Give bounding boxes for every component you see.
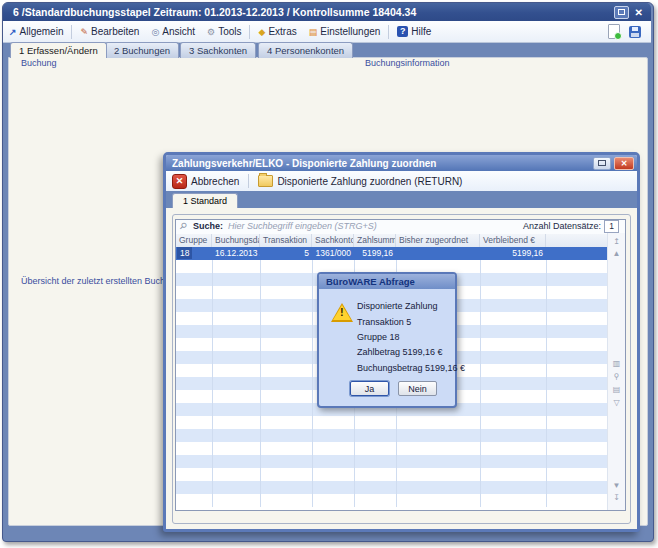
menu-item-bearbeiten[interactable]: ✎Bearbeiten [74,24,145,39]
edit-icon: ✎ [80,27,88,37]
menu-separator [388,25,389,39]
extras-icon: ◆ [258,27,265,37]
header-transaktion[interactable]: Transaktion [260,234,312,247]
search-placeholder[interactable]: Hier Suchbegriff eingeben (STRG+S) [228,221,377,231]
search-label: Suche: [193,221,223,231]
jump-bottom-icon[interactable]: ↧ [608,493,625,503]
search-row[interactable]: ⚲ Suche: Hier Suchbegriff eingeben (STRG… [176,220,625,235]
allgemein-icon: ↗ [9,27,17,37]
dialog-empty-row[interactable] [176,442,607,455]
scroll-up-icon[interactable]: ▲ [608,249,625,259]
modal-title: BüroWARE Abfrage [319,274,455,289]
dialog-empty-row[interactable] [176,416,607,429]
header-buchungsdatum[interactable]: Buchungsdatum [212,234,260,247]
tab-standard[interactable]: 1 Standard [172,193,238,209]
cell-gruppe: 18 [176,247,212,260]
table-icon-rail: ↥ ▲ ▥ ⚲ ▤ ▽ ▼ ↧ [607,233,625,510]
columns-icon[interactable]: ▥ [608,359,625,369]
header-sachkonto[interactable]: Sachkonto [312,234,354,247]
modal-line-3: Gruppe 18 [357,332,400,342]
filter-icon[interactable]: ▽ [608,398,625,408]
menu-label: Allgemein [20,26,64,37]
datensaetze-count: 1 [604,220,619,233]
cell-verbleibend: 5199,16 [480,247,546,260]
menu-label: Bearbeiten [91,26,139,37]
menu-separator [71,25,72,39]
dialog-empty-row[interactable] [176,494,607,507]
menu-label: Ansicht [162,26,195,37]
dialog-empty-row[interactable] [176,468,607,481]
dialog-close-icon[interactable]: ✕ [614,157,634,170]
close-icon[interactable]: ✕ [635,7,643,19]
tab-personenkonten[interactable]: 4 Personenkonten [258,42,353,58]
modal-line-1: Disponierte Zahlung [357,301,438,311]
dialog-tab-row: 1 Standard [166,191,637,208]
buroware-abfrage-modal: BüroWARE Abfrage Disponierte Zahlung Tra… [317,272,457,408]
menu-bar: ↗Allgemein ✎Bearbeiten ◎Ansicht ⚙Tools ◆… [3,21,651,43]
dialog-toolbar: ✕Abbrechen Disponierte Zahlung zuordnen … [166,171,637,192]
new-document-icon[interactable] [608,24,620,39]
scroll-down-icon[interactable]: ▼ [608,481,625,491]
menu-item-extras[interactable]: ◆Extras [252,24,302,39]
tab-sachkonten[interactable]: 3 Sachkonten [180,42,256,58]
list-icon[interactable]: ▤ [608,385,625,395]
dialog-restore-icon[interactable] [593,157,611,170]
zuordnen-label: Disponierte Zahlung zuordnen (RETURN) [277,176,462,187]
help-icon: ? [397,26,408,37]
dialog-empty-row[interactable] [176,455,607,468]
header-zahlsumme[interactable]: Zahlsumme € [354,234,396,247]
search-icon: ⚲ [177,220,189,232]
modal-title-bar: BüroWARE Abfrage [319,274,455,289]
cell-buchungsdatum: 16.12.2013 /Mo [212,247,260,260]
title-bar: 6 /Standardbuchungsstapel Zeitraum: 01.2… [3,3,651,21]
dialog-empty-row[interactable] [176,481,607,494]
warning-icon [331,303,353,322]
view-icon: ◎ [151,27,159,37]
folder-icon [258,175,273,187]
cell-transaktion: 5 [260,247,312,260]
abbrechen-label: Abbrechen [191,176,239,187]
nein-button[interactable]: Nein [398,381,437,396]
tab-buchungen[interactable]: 2 Buchungen [105,42,179,58]
modal-line-5: Buchungsbetrag 5199,16 € [357,363,465,373]
gruppe-chip: 18 [177,247,192,259]
menu-item-tools[interactable]: ⚙Tools [201,24,247,39]
menu-separator [249,25,250,39]
menu-item-einstellungen[interactable]: ▤Einstellungen [303,24,387,39]
screen: 6 /Standardbuchungsstapel Zeitraum: 01.2… [0,0,658,548]
header-bisher-zugeordnet[interactable]: Bisher zugeordnet [396,234,480,247]
buchung-legend: Buchung [18,58,60,68]
menu-label: Einstellungen [320,26,380,37]
modal-line-4: Zahlbetrag 5199,16 € [357,347,443,357]
menu-item-allgemein[interactable]: ↗Allgemein [3,24,69,39]
cancel-x-icon: ✕ [172,174,187,189]
cell-zahlsumme: 5199,16 [354,247,396,260]
daten-table-header: Gruppe Buchungsdatum Transaktion Sachkon… [176,234,625,248]
menu-item-ansicht[interactable]: ◎Ansicht [145,24,201,39]
selected-payment-row[interactable]: 18 16.12.2013 /Mo 5 1361/000 5199,16 519… [176,247,607,260]
menu-label: Hilfe [411,26,431,37]
header-verbleibend[interactable]: Verbleibend € [480,234,546,247]
jump-top-icon[interactable]: ↥ [608,237,625,247]
toolbar-separator [248,174,249,188]
header-gruppe[interactable]: Gruppe [176,234,212,247]
buchungsinformation-legend: Buchungsinformation [362,58,453,68]
menu-item-hilfe[interactable]: ?Hilfe [391,24,437,39]
cell-sachkonto: 1361/000 [312,247,354,260]
abbrechen-button[interactable]: ✕Abbrechen [166,174,245,189]
datensaetze-label: Anzahl Datensätze: [523,221,601,231]
tab-erfassen-aendern[interactable]: 1 Erfassen/Ändern [10,42,107,58]
modal-line-2: Transaktion 5 [357,317,411,327]
restore-icon[interactable] [614,6,629,19]
dialog-title-bar: Zahlungsverkehr/ELKO - Disponierte Zahlu… [166,155,637,171]
header-filler [546,234,607,247]
menu-label: Tools [218,26,241,37]
settings-icon: ▤ [309,27,318,37]
ja-button[interactable]: Ja [350,381,389,396]
zuordnen-button[interactable]: Disponierte Zahlung zuordnen (RETURN) [252,175,468,187]
gear-icon: ⚙ [207,27,215,37]
dialog-empty-row[interactable] [176,429,607,442]
save-icon[interactable] [629,26,641,38]
magnifier-icon[interactable]: ⚲ [608,372,625,382]
dialog-title: Zahlungsverkehr/ELKO - Disponierte Zahlu… [166,158,436,169]
